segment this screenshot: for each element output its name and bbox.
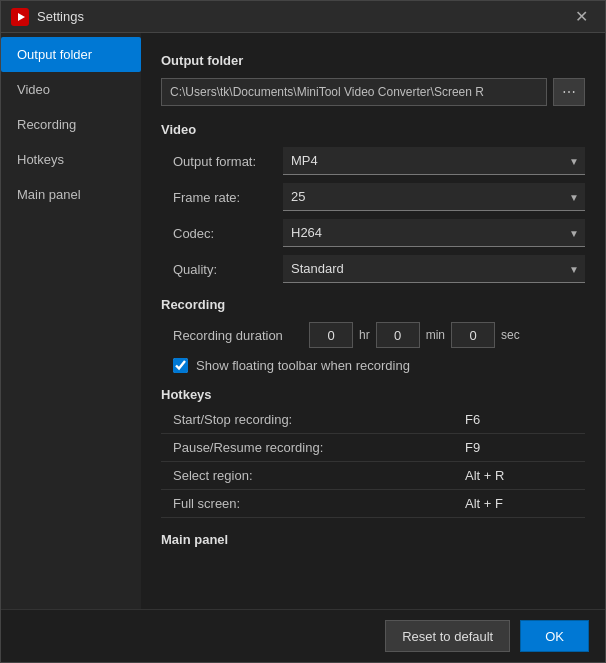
hotkey-pause-resume-value: F9: [465, 440, 585, 455]
hotkey-pause-resume-label: Pause/Resume recording:: [173, 440, 465, 455]
quality-select[interactable]: Standard High Low: [283, 255, 585, 283]
codec-row: Codec: H264 H265 ▼: [161, 219, 585, 247]
close-button[interactable]: ✕: [567, 3, 595, 31]
output-format-wrapper: MP4 AVI MOV ▼: [283, 147, 585, 175]
sidebar-item-main-panel[interactable]: Main panel: [1, 177, 141, 212]
sidebar-item-video[interactable]: Video: [1, 72, 141, 107]
recording-section-label: Recording: [161, 297, 585, 312]
duration-sec-input[interactable]: [451, 322, 495, 348]
video-section-label: Video: [161, 122, 585, 137]
sidebar: Output folder Video Recording Hotkeys Ma…: [1, 33, 141, 609]
hotkey-start-stop-row: Start/Stop recording: F6: [161, 412, 585, 434]
recording-section: Recording Recording duration hr min sec …: [161, 297, 585, 373]
quality-label: Quality:: [173, 262, 283, 277]
folder-path-input[interactable]: [161, 78, 547, 106]
hotkey-select-region-value: Alt + R: [465, 468, 585, 483]
sidebar-item-recording[interactable]: Recording: [1, 107, 141, 142]
browse-button[interactable]: ⋯: [553, 78, 585, 106]
quality-row: Quality: Standard High Low ▼: [161, 255, 585, 283]
sidebar-item-hotkeys[interactable]: Hotkeys: [1, 142, 141, 177]
duration-hr-input[interactable]: [309, 322, 353, 348]
hotkey-full-screen-row: Full screen: Alt + F: [161, 496, 585, 518]
frame-rate-wrapper: 25 30 60 ▼: [283, 183, 585, 211]
hotkeys-section-label: Hotkeys: [161, 387, 585, 402]
app-icon: [11, 8, 29, 26]
output-format-label: Output format:: [173, 154, 283, 169]
frame-rate-select[interactable]: 25 30 60: [283, 183, 585, 211]
hotkey-select-region-row: Select region: Alt + R: [161, 468, 585, 490]
ok-button[interactable]: OK: [520, 620, 589, 652]
codec-select[interactable]: H264 H265: [283, 219, 585, 247]
duration-min-input[interactable]: [376, 322, 420, 348]
settings-window: Settings ✕ Output folder Video Recording…: [0, 0, 606, 663]
frame-rate-row: Frame rate: 25 30 60 ▼: [161, 183, 585, 211]
main-panel-section-label: Main panel: [161, 532, 585, 547]
recording-duration-label: Recording duration: [173, 328, 303, 343]
main-panel-section: Main panel: [161, 532, 585, 547]
folder-row: ⋯: [161, 78, 585, 106]
hotkey-start-stop-value: F6: [465, 412, 585, 427]
main-panel-content: Output folder ⋯ Video Output format: MP4…: [141, 33, 605, 609]
duration-row: Recording duration hr min sec: [161, 322, 585, 348]
output-format-row: Output format: MP4 AVI MOV ▼: [161, 147, 585, 175]
quality-wrapper: Standard High Low ▼: [283, 255, 585, 283]
floating-toolbar-checkbox[interactable]: [173, 358, 188, 373]
hotkey-pause-resume-row: Pause/Resume recording: F9: [161, 440, 585, 462]
sidebar-item-output-folder[interactable]: Output folder: [1, 37, 141, 72]
sec-unit-label: sec: [501, 328, 520, 342]
floating-toolbar-row: Show floating toolbar when recording: [161, 358, 585, 373]
content-area: Output folder Video Recording Hotkeys Ma…: [1, 33, 605, 609]
video-section: Video Output format: MP4 AVI MOV ▼ Frame…: [161, 122, 585, 283]
hotkey-full-screen-value: Alt + F: [465, 496, 585, 511]
footer: Reset to default OK: [1, 609, 605, 662]
min-unit-label: min: [426, 328, 445, 342]
hr-unit-label: hr: [359, 328, 370, 342]
codec-wrapper: H264 H265 ▼: [283, 219, 585, 247]
frame-rate-label: Frame rate:: [173, 190, 283, 205]
hotkeys-section: Hotkeys Start/Stop recording: F6 Pause/R…: [161, 387, 585, 518]
title-bar: Settings ✕: [1, 1, 605, 33]
hotkey-select-region-label: Select region:: [173, 468, 465, 483]
floating-toolbar-label: Show floating toolbar when recording: [196, 358, 410, 373]
reset-to-default-button[interactable]: Reset to default: [385, 620, 510, 652]
output-folder-section-label: Output folder: [161, 53, 585, 68]
output-format-select[interactable]: MP4 AVI MOV: [283, 147, 585, 175]
window-title: Settings: [37, 9, 567, 24]
hotkey-start-stop-label: Start/Stop recording:: [173, 412, 465, 427]
hotkey-full-screen-label: Full screen:: [173, 496, 465, 511]
codec-label: Codec:: [173, 226, 283, 241]
